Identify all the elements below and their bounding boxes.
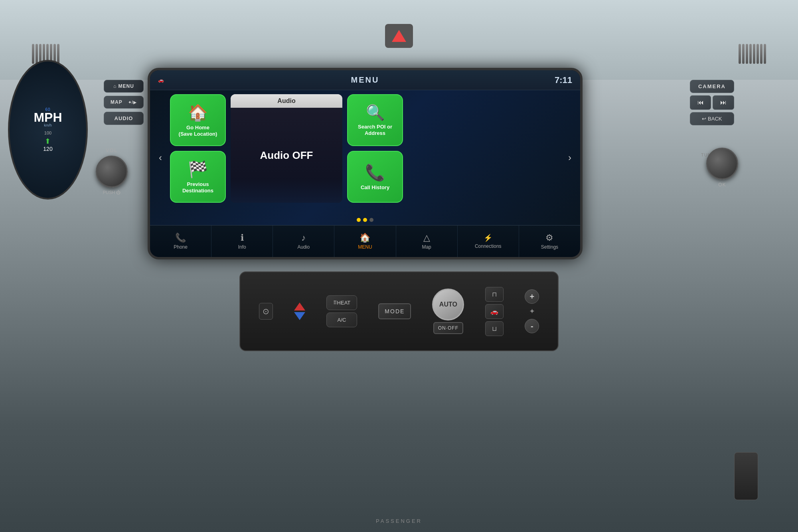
ok-knob-area: OK xyxy=(706,148,738,188)
speedometer: 60 MPH km/h 100 ⬆ 120 xyxy=(8,60,88,200)
nav-audio[interactable]: ♪ Audio xyxy=(273,225,334,257)
phone-icon: 📞 xyxy=(365,163,385,182)
mode-button[interactable]: MODE xyxy=(378,303,411,319)
eco-indicator: ⬆ xyxy=(34,137,62,146)
prev-track-button[interactable]: ⏮ xyxy=(690,95,711,110)
call-history-button[interactable]: 📞 Call History xyxy=(347,151,403,203)
menu-grid: 🏠 Go Home (Save Location) Audio Audio OF… xyxy=(170,94,405,203)
go-home-button[interactable]: 🏠 Go Home (Save Location) xyxy=(170,94,226,146)
volume-control: VOL PUSH ⏻ xyxy=(96,148,128,195)
right-vent xyxy=(739,44,766,64)
camera-button[interactable]: CAMERA xyxy=(690,80,734,93)
temp-arrows xyxy=(294,303,305,320)
audio-nav-label: Audio xyxy=(298,244,310,250)
speed-number: 100 xyxy=(34,131,62,135)
bottom-nav-bar: 📞 Phone ℹ Info ♪ Audio 🏠 MENU △ Map ⚡ xyxy=(150,225,580,257)
fan-plus-button[interactable]: + xyxy=(525,289,539,304)
car-ac-button[interactable]: 🚗 xyxy=(485,304,504,319)
menu-nav-label: MENU xyxy=(358,244,372,250)
screen-title: MENU xyxy=(296,75,434,85)
prev-dest-label: Previous Destinations xyxy=(182,181,213,194)
nav-connections[interactable]: ⚡ Connections xyxy=(458,225,519,257)
flag-icon: 🏁 xyxy=(188,160,208,179)
ok-label: OK xyxy=(718,182,726,188)
audio-panel[interactable]: Audio Audio OFF xyxy=(231,94,342,203)
back-button[interactable]: ↩ BACK xyxy=(690,112,734,125)
nav-phone[interactable]: 📞 Phone xyxy=(150,225,211,257)
infotainment-screen: 🚗 MENU 7:11 ‹ 🏠 Go Home (Save Location) xyxy=(148,68,583,259)
volume-knob[interactable] xyxy=(96,156,128,188)
settings-nav-icon: ⚙ xyxy=(545,233,553,243)
heat-ac-controls: ⠿HEAT A/C xyxy=(326,295,358,327)
push-label: PUSH ⏻ xyxy=(103,190,121,195)
defrost-rear-button[interactable]: ⊔ xyxy=(485,321,504,336)
temp-up-button[interactable] xyxy=(294,303,305,310)
temp-down-button[interactable] xyxy=(294,312,305,320)
audio-panel-header: Audio xyxy=(231,94,342,108)
status-icon: 🚗 xyxy=(158,77,164,83)
dot-1 xyxy=(357,218,361,222)
settings-nav-label: Settings xyxy=(541,244,558,250)
nav-arrow-right[interactable]: › xyxy=(563,148,577,168)
menu-button[interactable]: ⌂ MENU xyxy=(104,80,144,93)
passenger-label: PASSENGER xyxy=(376,518,422,524)
info-nav-label: Info xyxy=(238,244,246,250)
search-icon: 🔍 xyxy=(366,104,385,121)
fan-minus-button[interactable]: - xyxy=(525,319,539,333)
auto-area: AUTO ON·OFF xyxy=(432,289,464,334)
call-history-label: Call History xyxy=(361,184,389,191)
audio-status: Audio OFF xyxy=(260,149,313,162)
auto-button[interactable]: AUTO xyxy=(432,289,464,320)
heat-button[interactable]: ⠿HEAT xyxy=(326,295,358,310)
menu-nav-icon: 🏠 xyxy=(359,233,370,243)
page-dots xyxy=(357,218,373,222)
defrost-front-button[interactable]: ⊓ xyxy=(485,287,504,302)
speed-digits: 120 xyxy=(34,146,62,152)
search-poi-button[interactable]: 🔍 Search POI or Address xyxy=(347,94,403,146)
nav-info[interactable]: ℹ Info xyxy=(211,225,273,257)
phone-nav-label: Phone xyxy=(174,244,188,250)
map-button[interactable]: MAP ✦/▶ xyxy=(104,96,144,109)
go-home-label: Go Home (Save Location) xyxy=(179,125,217,137)
fan-speed-controls: + ✦ - xyxy=(525,289,539,333)
phone-nav-icon: 📞 xyxy=(175,233,186,243)
media-controls: ⏮ ⏭ xyxy=(690,95,734,110)
nav-menu[interactable]: 🏠 MENU xyxy=(334,225,396,257)
hazard-icon xyxy=(392,30,406,42)
audio-panel-body: Audio OFF xyxy=(231,108,342,203)
nav-map[interactable]: △ Map xyxy=(396,225,458,257)
fan-controls: ⊓ 🚗 ⊔ xyxy=(485,287,504,336)
vol-label: VOL xyxy=(106,148,118,153)
left-controls-panel: ⌂ MENU MAP ✦/▶ AUDIO xyxy=(104,80,144,125)
hazard-button[interactable] xyxy=(385,24,413,48)
onoff-button[interactable]: ON·OFF xyxy=(433,322,463,334)
house-icon: 🏠 xyxy=(188,103,208,122)
recirc-icon: ⊙ xyxy=(259,303,273,320)
ok-knob[interactable] xyxy=(706,148,738,180)
next-track-button[interactable]: ⏭ xyxy=(713,95,734,110)
prev-destinations-button[interactable]: 🏁 Previous Destinations xyxy=(170,151,226,203)
nav-settings[interactable]: ⚙ Settings xyxy=(519,225,580,257)
gear-selector xyxy=(734,452,758,500)
map-nav-icon: △ xyxy=(423,233,430,243)
search-poi-label: Search POI or Address xyxy=(358,124,392,136)
connections-nav-label: Connections xyxy=(475,243,502,249)
screen-header: 🚗 MENU 7:11 xyxy=(150,70,580,90)
screen-time: 7:11 xyxy=(555,75,572,85)
connections-nav-icon: ⚡ xyxy=(484,233,492,242)
screen-content: ‹ 🏠 Go Home (Save Location) Audio Audio … xyxy=(150,90,580,225)
audio-nav-icon: ♪ xyxy=(301,233,306,243)
map-nav-label: Map xyxy=(422,244,431,250)
climate-controls: ⊙ ⠿HEAT A/C MODE AUTO ON·OFF ⊓ 🚗 ⊔ + ✦ - xyxy=(239,271,559,351)
right-controls-panel: CAMERA ⏮ ⏭ ↩ BACK xyxy=(690,80,734,125)
fan-icon: ✦ xyxy=(529,307,535,316)
mph-display: MPH xyxy=(34,110,62,125)
dot-3 xyxy=(369,218,373,222)
ac-button[interactable]: A/C xyxy=(326,312,358,327)
info-nav-icon: ℹ xyxy=(241,233,244,243)
dot-2 xyxy=(363,218,367,222)
audio-wave xyxy=(231,179,342,203)
recirc-button[interactable]: ⊙ xyxy=(259,303,273,320)
audio-button[interactable]: AUDIO xyxy=(104,112,144,125)
nav-arrow-left[interactable]: ‹ xyxy=(153,148,168,168)
